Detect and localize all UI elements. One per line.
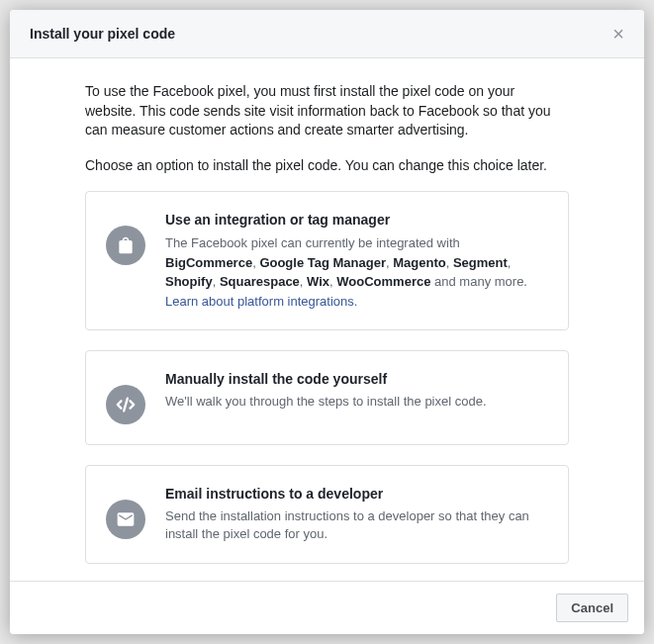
learn-integrations-link[interactable]: Learn about platform integrations. [165,294,357,309]
modal-title: Install your pixel code [30,26,175,42]
option-manual-desc: We'll walk you through the steps to inst… [165,393,548,411]
option-integration-desc: The Facebook pixel can currently be inte… [165,233,548,292]
partner-shopify: Shopify [165,274,213,289]
shopping-bag-icon [106,226,145,265]
intro-paragraph-1: To use the Facebook pixel, you must firs… [85,82,569,140]
partner-woocommerce: WooCommerce [336,274,430,289]
code-icon [106,385,145,424]
partner-gtm: Google Tag Manager [259,255,386,270]
option-email-desc: Send the installation instructions to a … [165,507,548,543]
partner-wix: Wix [307,274,329,289]
intro-paragraph-2: Choose an option to install the pixel co… [85,156,569,176]
cancel-button[interactable]: Cancel [556,594,628,622]
option-manual-title: Manually install the code yourself [165,371,548,387]
close-icon: × [612,23,624,45]
partner-segment: Segment [453,255,508,270]
svg-line-0 [124,398,128,411]
partner-magento: Magento [393,255,445,270]
option-email[interactable]: Email instructions to a developer Send t… [85,465,569,564]
option-email-title: Email instructions to a developer [165,486,548,502]
option-integration-content: Use an integration or tag manager The Fa… [165,212,548,310]
partner-bigcommerce: BigCommerce [165,255,252,270]
close-button[interactable]: × [612,24,624,44]
option-integration[interactable]: Use an integration or tag manager The Fa… [85,191,569,330]
integration-desc-prefix: The Facebook pixel can currently be inte… [165,235,460,250]
modal-body: To use the Facebook pixel, you must firs… [10,58,644,581]
partner-squarespace: Squarespace [220,274,300,289]
modal-footer: Cancel [10,581,644,634]
envelope-icon [106,500,145,539]
option-integration-title: Use an integration or tag manager [165,212,548,228]
option-manual[interactable]: Manually install the code yourself We'll… [85,350,569,445]
integration-desc-suffix: and many more. [430,274,527,289]
install-pixel-modal: Install your pixel code × To use the Fac… [10,10,644,634]
option-manual-content: Manually install the code yourself We'll… [165,371,548,411]
modal-header: Install your pixel code × [10,10,644,58]
option-email-content: Email instructions to a developer Send t… [165,486,548,543]
